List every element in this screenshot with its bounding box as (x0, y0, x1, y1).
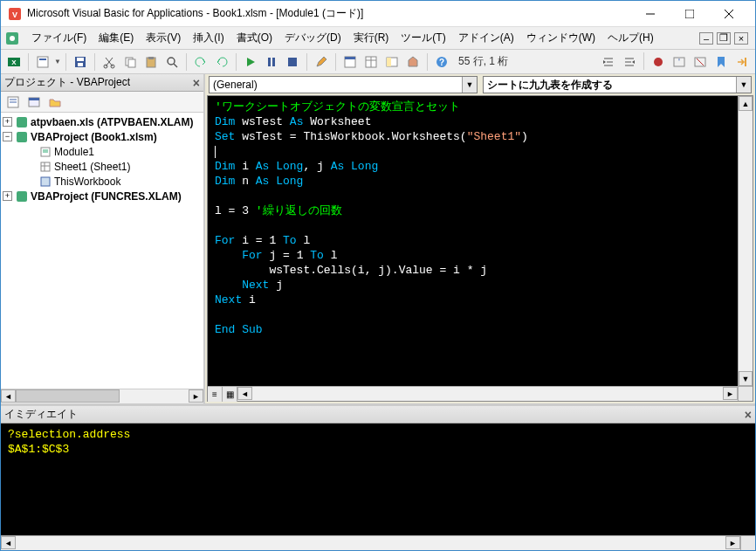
svg-rect-46 (745, 58, 746, 66)
chevron-down-icon[interactable]: ▼ (736, 77, 751, 93)
menu-run[interactable]: 実行(R) (347, 28, 395, 48)
tree-item-atpvbaen[interactable]: + atpvbaen.xls (ATPVBAEN.XLAM) (3, 114, 202, 129)
svg-rect-52 (17, 117, 27, 127)
menu-help[interactable]: ヘルプ(H) (601, 28, 660, 48)
project-pane-title-text: プロジェクト - VBAProject (4, 75, 130, 90)
undo-button[interactable] (191, 52, 210, 72)
view-object-icon[interactable] (25, 93, 43, 111)
tree-item-sheet1[interactable]: Sheet1 (Sheet1) (3, 159, 202, 174)
svg-rect-51 (29, 98, 39, 100)
menu-format[interactable]: 書式(O) (230, 28, 278, 48)
svg-rect-20 (148, 57, 154, 59)
project-pane-close-icon[interactable]: × (193, 76, 200, 90)
editor-vscrollbar[interactable]: ▲▼ (738, 96, 753, 386)
svg-point-21 (168, 58, 175, 65)
project-tree[interactable]: + atpvbaen.xls (ATPVBAEN.XLAM) − VBAProj… (1, 113, 203, 389)
properties-button[interactable] (361, 52, 381, 72)
editor-bottom-bar: ≡ ▦ ◄ ► (208, 386, 753, 401)
mdi-restore-icon[interactable]: ❐ (717, 32, 731, 45)
tree-item-funcres[interactable]: + VBAProject (FUNCRES.XLAM) (3, 189, 202, 203)
breakpoint-button[interactable] (649, 52, 668, 72)
svg-point-41 (654, 58, 663, 66)
cut-button[interactable] (100, 52, 119, 72)
procedure-view-button[interactable]: ≡ (208, 387, 223, 402)
svg-rect-61 (17, 191, 27, 202)
svg-text:?: ? (439, 58, 444, 67)
chevron-down-icon[interactable]: ▼ (462, 77, 477, 93)
tree-label: VBAProject (Book1.xlsm) (31, 131, 157, 143)
redo-button[interactable] (212, 52, 231, 72)
run-button[interactable] (241, 52, 260, 72)
maximize-button[interactable] (670, 2, 709, 26)
mdi-close-icon[interactable]: × (734, 32, 748, 45)
editor-hscrollbar[interactable]: ◄ ► (237, 387, 738, 401)
svg-rect-24 (272, 58, 275, 66)
copy-button[interactable] (120, 52, 140, 72)
menu-addins[interactable]: アドイン(A) (452, 28, 520, 48)
comment-block-button[interactable]: ' (670, 52, 689, 72)
step-button[interactable] (732, 52, 752, 72)
menu-debug[interactable]: デバッグ(D) (278, 28, 347, 48)
immediate-window[interactable]: ?selection.address$A$1:$C$3 (1, 424, 755, 535)
menu-edit[interactable]: 編集(E) (93, 28, 140, 48)
indent-button[interactable] (599, 52, 618, 72)
tree-label: atpvbaen.xls (ATPVBAEN.XLAM) (31, 116, 193, 128)
insert-dropdown[interactable]: ▼ (54, 58, 61, 65)
tree-item-thisworkbook[interactable]: ThisWorkbook (3, 174, 202, 189)
object-dropdown[interactable]: (General) ▼ (209, 76, 478, 93)
close-button[interactable] (709, 2, 748, 26)
uncomment-block-button[interactable] (691, 52, 710, 72)
window-title: Microsoft Visual Basic for Applications … (27, 6, 630, 21)
svg-line-45 (697, 59, 704, 65)
procedure-dropdown[interactable]: シートに九九表を作成する ▼ (483, 76, 752, 93)
toolbox-button[interactable] (403, 52, 423, 72)
view-code-icon[interactable] (4, 93, 22, 111)
minimize-button[interactable] (630, 2, 670, 26)
immediate-line: $A$1:$C$3 (8, 442, 748, 457)
immediate-close-icon[interactable]: × (745, 408, 752, 422)
project-icon (15, 189, 29, 203)
vba-icon (4, 31, 20, 46)
cursor-position-status: 55 行, 1 桁 (458, 54, 508, 69)
tree-item-book1[interactable]: − VBAProject (Book1.xlsm) (3, 129, 202, 144)
module-icon (38, 145, 52, 159)
collapse-icon[interactable]: − (3, 132, 12, 141)
menu-tools[interactable]: ツール(T) (395, 28, 451, 48)
folder-icon[interactable] (46, 93, 64, 111)
immediate-hscrollbar[interactable]: ◄ ► (1, 535, 755, 550)
view-excel-button[interactable]: X (4, 52, 24, 72)
paste-button[interactable] (141, 52, 161, 72)
project-hscrollbar[interactable]: ◄► (1, 389, 203, 403)
procedure-dropdown-value: シートに九九表を作成する (487, 78, 613, 93)
menubar: ファイル(F) 編集(E) 表示(V) 挿入(I) 書式(O) デバッグ(D) … (1, 27, 755, 50)
menu-file[interactable]: ファイル(F) (25, 28, 93, 48)
menu-window[interactable]: ウィンドウ(W) (520, 28, 601, 48)
tree-item-module1[interactable]: Module1 (3, 144, 202, 159)
svg-rect-10 (38, 57, 48, 67)
insert-module-button[interactable] (33, 52, 52, 72)
project-icon (15, 130, 29, 144)
svg-text:': ' (678, 58, 680, 67)
menu-view[interactable]: 表示(V) (140, 28, 187, 48)
help-button[interactable]: ? (432, 52, 451, 72)
svg-rect-23 (268, 58, 271, 66)
app-icon: V (8, 7, 22, 21)
expand-icon[interactable]: + (3, 191, 12, 201)
project-pane-title: プロジェクト - VBAProject × (1, 74, 203, 92)
find-button[interactable] (162, 52, 182, 72)
reset-button[interactable] (283, 52, 302, 72)
full-module-view-button[interactable]: ▦ (223, 387, 237, 402)
menu-insert[interactable]: 挿入(I) (187, 28, 230, 48)
save-button[interactable] (71, 52, 90, 72)
worksheet-icon (38, 160, 52, 174)
mdi-minimize-icon[interactable]: – (699, 32, 713, 45)
object-browser-button[interactable] (382, 52, 402, 72)
outdent-button[interactable] (620, 52, 639, 72)
break-button[interactable] (262, 52, 281, 72)
code-editor[interactable]: 'ワークシートオブジェクトの変数宣言とセット Dim wsTest As Wor… (208, 96, 738, 386)
project-icon (15, 115, 29, 129)
design-mode-button[interactable] (312, 52, 331, 72)
expand-icon[interactable]: + (3, 117, 12, 127)
bookmark-button[interactable] (711, 52, 731, 72)
project-explorer-button[interactable] (340, 52, 360, 72)
